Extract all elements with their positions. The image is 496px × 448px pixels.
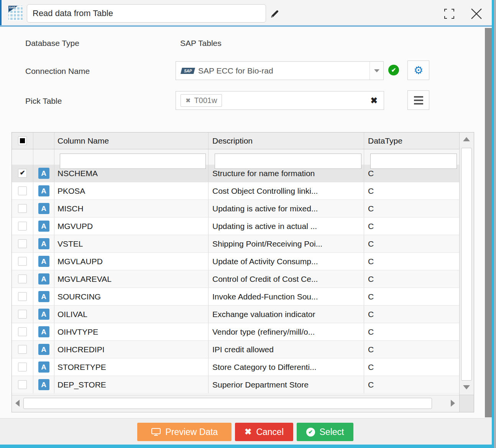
datatype-cell: C <box>364 200 459 217</box>
table-row[interactable]: ✔ A MGVLAREVAL Control of Credit of Cost… <box>12 270 459 288</box>
cancel-button[interactable]: ✖ Cancel <box>235 423 293 441</box>
grid-rows: ✔ A NSCHEMA Structure for name formation… <box>12 165 459 394</box>
left-accent-bar <box>0 0 2 25</box>
row-checkbox[interactable]: ✔ <box>18 257 27 266</box>
vertical-scrollbar[interactable] <box>459 132 474 395</box>
table-list-button[interactable] <box>407 90 429 110</box>
description-cell: Shipping Point/Receiving Poi... <box>209 235 364 252</box>
table-row[interactable]: ✔ A OILIVAL Exchange valuation indicator… <box>12 306 459 323</box>
datatype-header[interactable]: DataType <box>364 132 459 149</box>
scroll-right-icon[interactable] <box>451 400 455 407</box>
table-row[interactable]: ✔ A MISCH Updating is active for mixed..… <box>12 200 459 217</box>
hamburger-icon <box>414 96 423 105</box>
dialog-right-border <box>492 0 494 448</box>
row-checkbox[interactable]: ✔ <box>18 239 27 248</box>
row-checkbox[interactable]: ✔ <box>18 292 27 301</box>
row-checkbox[interactable]: ✔ <box>18 345 27 354</box>
cancel-x-icon: ✖ <box>245 427 251 437</box>
table-row[interactable]: ✔ A PKOSA Cost Object Controlling linki.… <box>12 182 459 200</box>
row-checkbox[interactable]: ✔ <box>18 169 27 178</box>
dialog-bottom-border <box>0 445 494 448</box>
monitor-icon <box>151 428 161 436</box>
table-row[interactable]: ✔ A STORETYPE Store Category to Differen… <box>12 358 459 376</box>
select-all-checkbox[interactable] <box>18 136 27 145</box>
horizontal-scroll-thumb[interactable] <box>23 398 432 409</box>
description-cell: Invoke Added-Function Sou... <box>209 288 364 305</box>
row-checkbox[interactable]: ✔ <box>18 204 27 213</box>
connection-settings-button[interactable]: ⚙ <box>407 60 429 80</box>
description-cell: Vendor type (refinery/mill/o... <box>209 323 364 340</box>
preview-data-label: Preview Data <box>166 427 218 437</box>
table-row[interactable]: ✔ A NSCHEMA Structure for name formation… <box>12 165 459 182</box>
row-checkbox[interactable]: ✔ <box>18 310 27 319</box>
table-row[interactable]: ✔ A OIHVTYPE Vendor type (refinery/mill/… <box>12 323 459 341</box>
table-tag[interactable]: ✖ T001w <box>181 94 222 107</box>
database-type-label: Database Type <box>25 39 79 48</box>
datatype-cell: C <box>364 165 459 182</box>
table-header-row: Column Name Description DataType <box>12 132 459 149</box>
description-cell: Cost Object Controlling linki... <box>209 182 364 199</box>
row-checkbox[interactable]: ✔ <box>18 222 27 231</box>
table-row[interactable]: ✔ A SOURCING Invoke Added-Function Sou..… <box>12 288 459 306</box>
connection-dropdown-button[interactable] <box>370 62 383 80</box>
connection-ok-icon: ✔ <box>388 65 399 75</box>
table-row[interactable]: ✔ A MGVUPD Updating is active in actual … <box>12 217 459 235</box>
row-checkbox[interactable]: ✔ <box>18 327 27 336</box>
column-name-cell: OILIVAL <box>54 306 209 323</box>
description-cell: Exchange valuation indicator <box>209 306 364 323</box>
scroll-down-icon[interactable] <box>463 385 470 389</box>
select-button[interactable]: ✔ Select <box>297 423 353 441</box>
database-type-value: SAP Tables <box>180 39 222 48</box>
columns-table: Column Name Description DataType ✔ A NSC… <box>11 132 474 412</box>
table-row[interactable]: ✔ A VSTEL Shipping Point/Receiving Poi..… <box>12 235 459 253</box>
row-checkbox[interactable]: ✔ <box>18 186 27 195</box>
table-row[interactable]: ✔ A MGVLAUPD Update of Activity Consump.… <box>12 253 459 270</box>
column-name-cell: OIHCREDIPI <box>54 341 209 358</box>
char-type-icon: A <box>38 291 49 302</box>
horizontal-scrollbar[interactable] <box>12 395 459 412</box>
dialog-title-input[interactable] <box>27 4 266 23</box>
char-type-icon: A <box>38 203 49 214</box>
select-check-icon: ✔ <box>306 428 315 437</box>
description-cell: IPI credit allowed <box>209 341 364 358</box>
tag-remove-icon[interactable]: ✖ <box>186 97 191 104</box>
row-checkbox[interactable]: ✔ <box>18 275 27 283</box>
description-cell: Update of Activity Consump... <box>209 253 364 270</box>
description-cell: Control of Credit of Cost Ce... <box>209 270 364 288</box>
scrollbar-corner <box>459 395 474 412</box>
connection-select[interactable]: SAP SAP ECC for Bio-rad <box>176 61 384 80</box>
edit-icon[interactable] <box>270 9 280 19</box>
maximize-icon[interactable] <box>443 8 455 20</box>
column-name-cell: STORETYPE <box>54 358 209 376</box>
scroll-up-icon[interactable] <box>463 137 470 141</box>
connection-name-label: Connection Name <box>25 67 90 76</box>
vertical-scroll-thumb[interactable] <box>461 148 472 381</box>
clear-table-icon[interactable]: ✖ <box>371 96 378 106</box>
datatype-cell: C <box>364 182 459 199</box>
chevron-down-icon <box>374 69 379 72</box>
page-background-edge <box>494 0 496 448</box>
preview-data-button[interactable]: Preview Data <box>137 423 232 441</box>
description-cell: Updating is active for mixed... <box>209 200 364 217</box>
close-icon[interactable] <box>469 7 484 21</box>
sap-icon-text: SAP <box>9 6 15 9</box>
table-row[interactable]: ✔ A DEP_STORE Superior Department Store … <box>12 376 459 394</box>
row-checkbox[interactable]: ✔ <box>18 380 27 389</box>
dialog-body-scrollbar[interactable] <box>485 28 492 417</box>
column-name-header[interactable]: Column Name <box>54 132 209 149</box>
scroll-left-icon[interactable] <box>15 400 20 407</box>
char-type-icon: A <box>38 273 49 284</box>
table-row[interactable]: ✔ A OIHCREDIPI IPI credit allowed C <box>12 341 459 358</box>
datatype-cell: C <box>364 217 459 235</box>
row-checkbox[interactable]: ✔ <box>18 363 27 371</box>
grid-main: Column Name Description DataType ✔ A NSC… <box>12 132 459 395</box>
connection-selected-value: SAP ECC for Bio-rad <box>198 66 370 75</box>
char-type-icon: A <box>38 326 49 337</box>
datatype-cell: C <box>364 376 459 393</box>
tag-label: T001w <box>194 96 217 105</box>
pick-table-input[interactable]: ✖ T001w ✖ <box>176 91 384 110</box>
datatype-cell: C <box>364 235 459 252</box>
icon-column-header <box>33 132 54 149</box>
description-header[interactable]: Description <box>209 132 364 149</box>
char-type-icon: A <box>38 168 49 179</box>
